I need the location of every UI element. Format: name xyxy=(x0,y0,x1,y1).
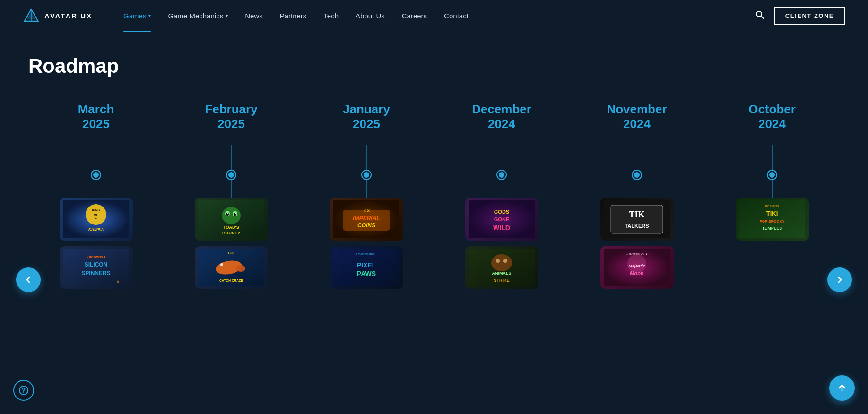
svg-text:SPINNERS: SPINNERS xyxy=(81,270,110,276)
month-label-2: January2025 xyxy=(343,100,390,133)
game-card-big-catch[interactable]: BIG CATCH CRAZE xyxy=(195,246,268,289)
connector-line-top xyxy=(772,145,773,171)
game-card-imperial-coins[interactable]: ⚔ ⚔ IMPERIAL COINS xyxy=(330,198,403,241)
game-card-tiki-spooky[interactable]: POPWINS TIKI POP SPOOKY TEMPLES xyxy=(736,198,809,241)
svg-point-29 xyxy=(220,263,223,266)
game-artwork-king-samba: KING OF ⚜ SAMBA xyxy=(60,198,133,241)
nav-item-about-us[interactable]: About Us xyxy=(347,0,393,32)
timeline-dot xyxy=(362,171,371,179)
prev-arrow-button[interactable] xyxy=(16,267,41,292)
svg-text:TIKI: TIKI xyxy=(766,210,778,217)
timeline-dot xyxy=(497,171,506,179)
nav-item-label: Games xyxy=(123,12,146,20)
svg-text:TEMPLES: TEMPLES xyxy=(762,226,782,231)
nav-links: Games▾Game Mechanics▾NewsPartnersTechAbo… xyxy=(115,0,753,32)
svg-text:OF: OF xyxy=(94,213,98,216)
nav-item-label: Game Mechanics xyxy=(168,12,223,20)
svg-point-20 xyxy=(226,213,229,216)
connector-line-top xyxy=(366,145,367,171)
game-card-majestic-moon[interactable]: ✦ INSTAPLAY ✦ Majestic Moon xyxy=(600,246,674,289)
search-button[interactable] xyxy=(753,8,766,24)
connector-line-bottom xyxy=(96,179,96,198)
nav-item-news[interactable]: News xyxy=(236,0,271,32)
nav-item-partners[interactable]: Partners xyxy=(271,0,315,32)
game-card-pixel-paws[interactable]: LOADED REEL PIXEL PAWS xyxy=(330,246,403,289)
connector-line-top xyxy=(637,145,637,171)
roadmap-col-march-2025: March2025 KING OF ⚜ SAMBA ✦ POPWINS ✦ SI… xyxy=(28,100,164,289)
connector-line-bottom xyxy=(231,179,232,198)
timeline-dot xyxy=(92,171,100,179)
svg-text:COINS: COINS xyxy=(357,222,375,229)
nav-item-tech[interactable]: Tech xyxy=(315,0,347,32)
game-artwork-animals-strike: ANIMALS STRIKE xyxy=(465,246,538,289)
svg-point-17 xyxy=(222,207,241,224)
svg-point-22 xyxy=(227,213,228,214)
game-artwork-imperial-coins: ⚔ ⚔ IMPERIAL COINS xyxy=(330,198,403,241)
svg-text:STRIKE: STRIKE xyxy=(494,278,509,283)
svg-line-4 xyxy=(761,16,764,18)
month-label-0: March2025 xyxy=(78,100,114,133)
connector-line-top xyxy=(96,145,96,171)
help-icon xyxy=(18,385,29,396)
timeline-dot xyxy=(768,171,776,179)
roadmap-col-february-2025: February2025 TOAD'S BOUNTY BIG CATCH CRA… xyxy=(164,100,299,289)
game-artwork-toads-bounty: TOAD'S BOUNTY xyxy=(195,198,268,241)
svg-point-46 xyxy=(491,254,512,271)
connector-line-bottom xyxy=(366,179,367,198)
client-zone-button[interactable]: CLIENT ZONE xyxy=(774,7,845,25)
nav-item-careers[interactable]: Careers xyxy=(393,0,435,32)
roadmap-col-january-2025: January2025 ⚔ ⚔ IMPERIAL COINS LOADED RE… xyxy=(299,100,434,289)
svg-text:TALKERS: TALKERS xyxy=(625,223,649,229)
back-to-top-button[interactable] xyxy=(829,375,855,401)
game-artwork-tiki-spooky: POPWINS TIKI POP SPOOKY TEMPLES xyxy=(736,198,809,241)
game-artwork-big-catch: BIG CATCH CRAZE xyxy=(195,246,268,289)
help-button[interactable] xyxy=(13,380,34,401)
svg-rect-52 xyxy=(611,205,663,233)
arrow-up-icon xyxy=(837,383,847,393)
game-artwork-pixel-paws: LOADED REEL PIXEL PAWS xyxy=(330,246,403,289)
search-icon xyxy=(755,10,764,19)
svg-text:SILICON: SILICON xyxy=(85,261,108,268)
month-label-4: November2024 xyxy=(607,100,667,133)
svg-point-66 xyxy=(23,392,24,393)
game-cards: TIK TALKERS ✦ INSTAPLAY ✦ Majestic Moon xyxy=(569,198,704,289)
game-cards: KING OF ⚜ SAMBA ✦ POPWINS ✦ SILICON SPIN… xyxy=(28,198,164,289)
month-label-1: February2025 xyxy=(205,100,257,133)
connector-line-bottom xyxy=(772,179,773,198)
svg-point-23 xyxy=(235,213,236,214)
next-arrow-button[interactable] xyxy=(827,267,852,292)
nav-item-game-mechanics[interactable]: Game Mechanics▾ xyxy=(159,0,236,32)
chevron-left-icon xyxy=(25,276,32,284)
svg-text:WILD: WILD xyxy=(493,224,510,232)
nav-item-contact[interactable]: Contact xyxy=(435,0,477,32)
game-card-silicon-spinners[interactable]: ✦ POPWINS ✦ SILICON SPINNERS 🖱 xyxy=(60,246,133,289)
connector-line-top xyxy=(502,145,502,171)
roadmap-container: March2025 KING OF ⚜ SAMBA ✦ POPWINS ✦ SI… xyxy=(28,100,840,289)
logo-icon xyxy=(23,8,40,25)
nav-actions: CLIENT ZONE xyxy=(753,7,845,25)
svg-text:🖱: 🖱 xyxy=(116,280,120,283)
svg-point-28 xyxy=(236,265,245,272)
month-label-3: December2024 xyxy=(472,100,531,133)
roadmap-col-december-2024: December2024 GODS GONE WILD ANIMALS STRI… xyxy=(434,100,569,289)
nav-item-label: Contact xyxy=(444,12,469,20)
svg-text:KING: KING xyxy=(92,208,100,212)
game-card-tik-talkers[interactable]: TIK TALKERS xyxy=(600,198,674,241)
game-card-animals-strike[interactable]: ANIMALS STRIKE xyxy=(465,246,538,289)
nav-item-label: About Us xyxy=(356,12,385,20)
logo[interactable]: AVATAR UX xyxy=(23,8,92,25)
game-cards: ⚔ ⚔ IMPERIAL COINS LOADED REEL PIXEL PAW… xyxy=(299,198,434,289)
nav-item-games[interactable]: Games▾ xyxy=(115,0,159,32)
svg-text:TOAD'S: TOAD'S xyxy=(223,225,239,230)
page-title: Roadmap xyxy=(28,55,840,78)
svg-text:✦ POPWINS ✦: ✦ POPWINS ✦ xyxy=(86,256,106,259)
connector-line-bottom xyxy=(637,179,637,198)
connector-line-bottom xyxy=(502,179,502,198)
svg-text:✦ INSTAPLAY ✦: ✦ INSTAPLAY ✦ xyxy=(626,253,647,256)
main-content: Roadmap March2025 KING OF ⚜ SAMBA ✦ POPW… xyxy=(0,32,868,317)
game-card-gods-gone-wild[interactable]: GODS GONE WILD xyxy=(465,198,538,241)
game-card-toads-bounty[interactable]: TOAD'S BOUNTY xyxy=(195,198,268,241)
game-card-king-samba[interactable]: KING OF ⚜ SAMBA xyxy=(60,198,133,241)
svg-point-21 xyxy=(234,213,236,216)
chevron-down-icon: ▾ xyxy=(148,13,151,18)
